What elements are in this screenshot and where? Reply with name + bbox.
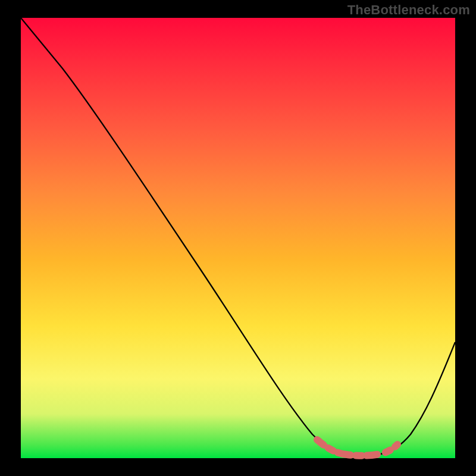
flat-region-highlight [317,440,397,456]
watermark-text: TheBottleneck.com [347,2,470,18]
chart-frame: TheBottleneck.com [0,0,476,476]
bottleneck-curve [21,18,455,455]
plot-area [21,18,455,458]
curve-svg [21,18,455,458]
